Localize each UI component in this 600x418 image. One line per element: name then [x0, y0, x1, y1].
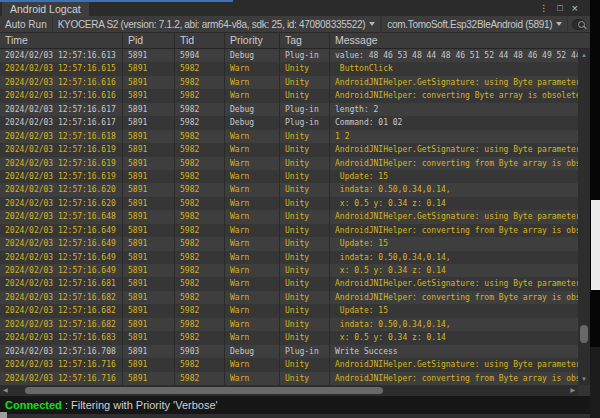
cell-message: x: 0.5 y: 0.34 z: 0.14: [330, 264, 578, 277]
table-row[interactable]: 2024/02/03 12:57:16.61958915982WarnUnity…: [0, 170, 578, 183]
table-row[interactable]: 2024/02/03 12:57:16.61658915982WarnUnity…: [0, 76, 578, 89]
window-bottom-edge: [0, 414, 590, 418]
table-row[interactable]: 2024/02/03 12:57:16.62058915982WarnUnity…: [0, 183, 578, 196]
column-header-priority[interactable]: Priority: [225, 33, 280, 48]
tab-android-logcat[interactable]: Android Logcat: [2, 2, 89, 16]
table-row[interactable]: 2024/02/03 12:57:16.61658915982WarnUnity…: [0, 89, 578, 102]
status-message: : Filtering with Priority 'Verbose': [62, 399, 218, 411]
cell-time: 2024/02/03 12:57:16.616: [0, 89, 123, 102]
table-row[interactable]: 2024/02/03 12:57:16.61358915904DebugPlug…: [0, 49, 578, 62]
cell-message: AndroidJNIHelper: converting from Byte a…: [330, 224, 578, 237]
close-icon[interactable]: ×: [572, 1, 578, 15]
table-row[interactable]: 2024/02/03 12:57:16.61958915982WarnUnity…: [0, 143, 578, 156]
column-header-pid[interactable]: Pid: [123, 33, 175, 48]
cell-message: AndroidJNIHelper.GetSignature: using Byt…: [330, 143, 578, 156]
cell-pid: 5891: [123, 318, 175, 331]
table-row[interactable]: 2024/02/03 12:57:16.61958915982WarnUnity…: [0, 157, 578, 170]
auto-run-toggle[interactable]: Auto Run: [0, 16, 52, 33]
cell-tag: Unity: [280, 224, 330, 237]
logcat-toolbar: Auto Run KYOCERA S2 (version: 7.1.2, abi…: [0, 16, 590, 33]
cell-time: 2024/02/03 12:57:16.716: [0, 358, 123, 371]
cell-time: 2024/02/03 12:57:16.716: [0, 372, 123, 385]
table-row[interactable]: 2024/02/03 12:57:16.64958915982WarnUnity…: [0, 237, 578, 250]
cell-tag: Unity: [280, 358, 330, 371]
scroll-left-icon[interactable]: ◀: [3, 385, 8, 396]
cell-pid: 5891: [123, 183, 175, 196]
cell-pid: 5891: [123, 372, 175, 385]
cell-message: indata: 0.50,0.34,0.14,: [330, 251, 578, 264]
table-row[interactable]: 2024/02/03 12:57:16.61758915982DebugPlug…: [0, 103, 578, 116]
cell-priority: Warn: [225, 89, 280, 102]
cell-time: 2024/02/03 12:57:16.619: [0, 143, 123, 156]
horizontal-scrollbar-thumb[interactable]: [25, 387, 383, 394]
table-row[interactable]: 2024/02/03 12:57:16.61758915982DebugPlug…: [0, 116, 578, 129]
package-selector-dropdown[interactable]: com.TomoSoft.Esp32BleAndroid (5891): [381, 16, 568, 33]
table-row[interactable]: 2024/02/03 12:57:16.70858915903DebugPlug…: [0, 345, 578, 358]
cell-priority: Warn: [225, 76, 280, 89]
cell-tag: Plug-in: [280, 345, 330, 358]
scroll-right-icon[interactable]: ▶: [570, 385, 575, 396]
column-header-time[interactable]: Time: [0, 33, 123, 48]
cell-tid: 5982: [175, 304, 225, 317]
cell-priority: Warn: [225, 130, 280, 143]
column-header-tag[interactable]: Tag: [280, 33, 330, 48]
scroll-up-icon[interactable]: ▲: [578, 51, 590, 59]
table-row[interactable]: 2024/02/03 12:57:16.71658915982WarnUnity…: [0, 372, 578, 385]
device-selector-dropdown[interactable]: KYOCERA S2 (version: 7.1.2, abi: arm64-v…: [52, 16, 382, 33]
vertical-scrollbar-thumb[interactable]: [580, 325, 588, 343]
cell-time: 2024/02/03 12:57:16.620: [0, 183, 123, 196]
cell-tag: Plug-in: [280, 116, 330, 129]
table-row[interactable]: 2024/02/03 12:57:16.64958915982WarnUnity…: [0, 264, 578, 277]
table-row[interactable]: 2024/02/03 12:57:16.68358915982WarnUnity…: [0, 331, 578, 344]
cell-priority: Warn: [225, 372, 280, 385]
cell-priority: Warn: [225, 277, 280, 290]
vertical-scrollbar[interactable]: ▲ ▼: [578, 49, 590, 385]
table-row[interactable]: 2024/02/03 12:57:16.61558915982WarnUnity…: [0, 62, 578, 75]
cell-pid: 5891: [123, 358, 175, 371]
cell-message: AndroidJNIHelper.GetSignature: using Byt…: [330, 277, 578, 290]
cell-tid: 5982: [175, 197, 225, 210]
scroll-down-icon[interactable]: ▼: [578, 375, 590, 383]
cell-time: 2024/02/03 12:57:16.682: [0, 291, 123, 304]
table-row[interactable]: 2024/02/03 12:57:16.68258915982WarnUnity…: [0, 291, 578, 304]
table-row[interactable]: 2024/02/03 12:57:16.71658915982WarnUnity…: [0, 358, 578, 371]
cell-pid: 5891: [123, 103, 175, 116]
cell-message: indata: 0.50,0.34,0.14,: [330, 318, 578, 331]
table-row[interactable]: 2024/02/03 12:57:16.68158915982WarnUnity…: [0, 277, 578, 290]
cell-time: 2024/02/03 12:57:16.613: [0, 49, 123, 62]
cell-time: 2024/02/03 12:57:16.619: [0, 157, 123, 170]
cell-tag: Unity: [280, 264, 330, 277]
cell-pid: 5891: [123, 116, 175, 129]
maximize-icon[interactable]: □: [557, 1, 562, 15]
resize-grip[interactable]: [0, 412, 7, 418]
search-input[interactable]: [572, 19, 586, 30]
table-row[interactable]: 2024/02/03 12:57:16.64958915982WarnUnity…: [0, 251, 578, 264]
horizontal-scrollbar[interactable]: ◀ ▶: [0, 385, 578, 396]
cell-message: x: 0.5 y: 0.34 z: 0.14: [330, 197, 578, 210]
cell-tid: 5982: [175, 116, 225, 129]
cell-message: ButtonClick: [330, 62, 578, 75]
cell-tid: 5982: [175, 89, 225, 102]
cell-priority: Warn: [225, 62, 280, 75]
cell-time: 2024/02/03 12:57:16.617: [0, 103, 123, 116]
table-row[interactable]: 2024/02/03 12:57:16.64958915982WarnUnity…: [0, 224, 578, 237]
table-row[interactable]: 2024/02/03 12:57:16.68258915982WarnUnity…: [0, 318, 578, 331]
cell-time: 2024/02/03 12:57:16.649: [0, 264, 123, 277]
column-header-tid[interactable]: Tid: [175, 33, 225, 48]
cell-tag: Unity: [280, 251, 330, 264]
table-row[interactable]: 2024/02/03 12:57:16.62058915982WarnUnity…: [0, 197, 578, 210]
cell-priority: Warn: [225, 183, 280, 196]
cell-time: 2024/02/03 12:57:16.619: [0, 170, 123, 183]
table-row[interactable]: 2024/02/03 12:57:16.68258915982WarnUnity…: [0, 304, 578, 317]
table-row[interactable]: 2024/02/03 12:57:16.64858915982WarnUnity…: [0, 210, 578, 223]
cell-time: 2024/02/03 12:57:16.649: [0, 237, 123, 250]
cell-priority: Warn: [225, 237, 280, 250]
window-menu-icon[interactable]: ⋮: [539, 1, 548, 15]
cell-pid: 5891: [123, 62, 175, 75]
column-header-message[interactable]: Message: [330, 33, 590, 48]
cell-message: 1 2: [330, 130, 578, 143]
cell-pid: 5891: [123, 291, 175, 304]
cell-time: 2024/02/03 12:57:16.682: [0, 304, 123, 317]
table-row[interactable]: 2024/02/03 12:57:16.61858915982WarnUnity…: [0, 130, 578, 143]
log-table-header: TimePidTidPriorityTagMessage: [0, 33, 590, 49]
